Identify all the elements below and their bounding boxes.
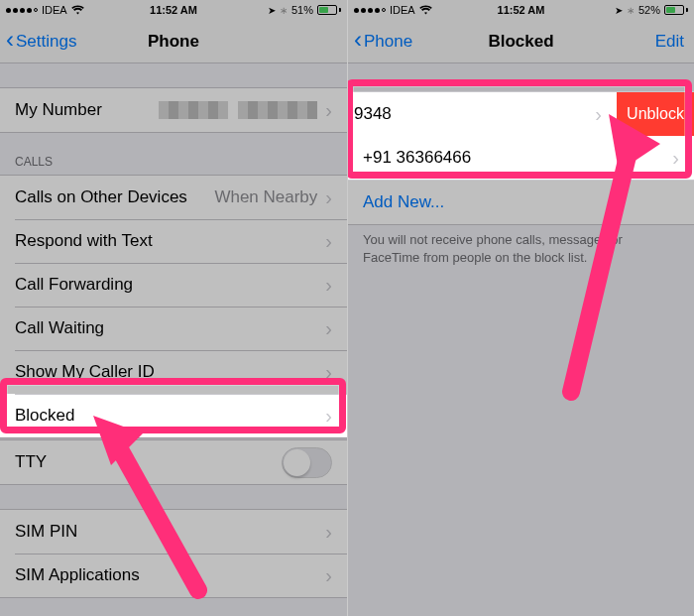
back-label: Phone	[364, 32, 412, 52]
chevron-right-icon: ›	[595, 103, 602, 126]
blocked-number-label: 9348	[354, 104, 595, 124]
wifi-icon	[71, 5, 84, 15]
blocked-number-row[interactable]: +91 36366466 ›	[348, 136, 694, 180]
battery-percent: 51%	[291, 4, 313, 16]
status-time: 11:52 AM	[498, 4, 545, 16]
chevron-right-icon: ›	[325, 99, 332, 122]
edit-button[interactable]: Edit	[655, 32, 684, 52]
cell-detail: When Nearby	[214, 187, 317, 207]
back-button[interactable]: ‹ Phone	[354, 31, 412, 52]
nav-bar: ‹ Phone Blocked Edit	[348, 20, 694, 63]
my-number-label: My Number	[15, 100, 159, 120]
chevron-right-icon: ›	[325, 405, 332, 428]
chevron-right-icon: ›	[325, 230, 332, 253]
battery-icon	[664, 5, 688, 15]
chevron-right-icon: ›	[325, 564, 332, 587]
nav-title: Blocked	[488, 32, 553, 52]
blocked-number-label: +91 36366466	[363, 148, 672, 168]
signal-strength-icon	[354, 8, 386, 13]
call-forwarding-row[interactable]: Call Forwarding ›	[0, 263, 347, 307]
chevron-right-icon: ›	[325, 361, 332, 384]
my-number-row[interactable]: My Number ›	[0, 88, 347, 132]
left-phone-settings-screen: IDEA 11:52 AM ➤ ∗ 51% ‹ Settings	[0, 0, 347, 616]
chevron-left-icon: ‹	[354, 28, 362, 52]
blocked-row[interactable]: Blocked ›	[0, 394, 347, 437]
status-bar: IDEA 11:52 AM ➤ ∗ 52%	[348, 0, 694, 20]
cell-label: SIM Applications	[15, 565, 325, 585]
cell-label: Respond with Text	[15, 231, 325, 251]
battery-icon	[317, 5, 341, 15]
nav-title: Phone	[148, 32, 199, 52]
cell-label: Show My Caller ID	[15, 362, 325, 382]
calls-section-header: CALLS	[0, 133, 347, 175]
unblock-button[interactable]: Unblock	[617, 92, 694, 136]
chevron-right-icon: ›	[325, 521, 332, 544]
carrier-label: IDEA	[42, 4, 67, 16]
redacted-number	[159, 101, 317, 119]
location-icon: ➤	[615, 5, 623, 16]
location-icon: ➤	[268, 5, 276, 16]
chevron-right-icon: ›	[672, 147, 679, 170]
add-new-label: Add New...	[363, 192, 679, 212]
chevron-right-icon: ›	[325, 317, 332, 340]
battery-percent: 52%	[638, 4, 660, 16]
tty-row[interactable]: TTY	[0, 440, 347, 484]
status-bar: IDEA 11:52 AM ➤ ∗ 51%	[0, 0, 347, 20]
block-list-footer: You will not receive phone calls, messag…	[348, 225, 694, 272]
back-label: Settings	[16, 32, 76, 52]
call-waiting-row[interactable]: Call Waiting ›	[0, 307, 347, 350]
carrier-label: IDEA	[390, 4, 415, 16]
nav-bar: ‹ Settings Phone	[0, 20, 347, 63]
add-new-row[interactable]: Add New...	[348, 181, 694, 224]
signal-strength-icon	[6, 8, 38, 13]
respond-with-text-row[interactable]: Respond with Text ›	[0, 219, 347, 263]
chevron-right-icon: ›	[325, 274, 332, 297]
chevron-right-icon: ›	[325, 186, 332, 209]
bluetooth-icon: ∗	[280, 5, 288, 16]
sim-pin-row[interactable]: SIM PIN ›	[0, 510, 347, 554]
wifi-icon	[419, 5, 432, 15]
tty-switch[interactable]	[282, 447, 332, 478]
cell-label: Call Waiting	[15, 318, 325, 338]
bluetooth-icon: ∗	[627, 5, 635, 16]
calls-other-devices-row[interactable]: Calls on Other Devices When Nearby ›	[0, 176, 347, 219]
cell-label: Blocked	[15, 406, 325, 426]
cell-label: Calls on Other Devices	[15, 187, 214, 207]
blocked-number-row[interactable]: 9348 › Unblock	[348, 92, 694, 136]
cell-label: SIM PIN	[15, 522, 325, 542]
cell-label: TTY	[15, 452, 282, 472]
chevron-left-icon: ‹	[6, 28, 14, 52]
back-button[interactable]: ‹ Settings	[6, 31, 76, 52]
right-blocked-screen: IDEA 11:52 AM ➤ ∗ 52% ‹ Phone	[347, 0, 694, 616]
sim-applications-row[interactable]: SIM Applications ›	[0, 554, 347, 597]
show-caller-id-row[interactable]: Show My Caller ID ›	[0, 350, 347, 394]
status-time: 11:52 AM	[150, 4, 197, 16]
cell-label: Call Forwarding	[15, 275, 325, 295]
